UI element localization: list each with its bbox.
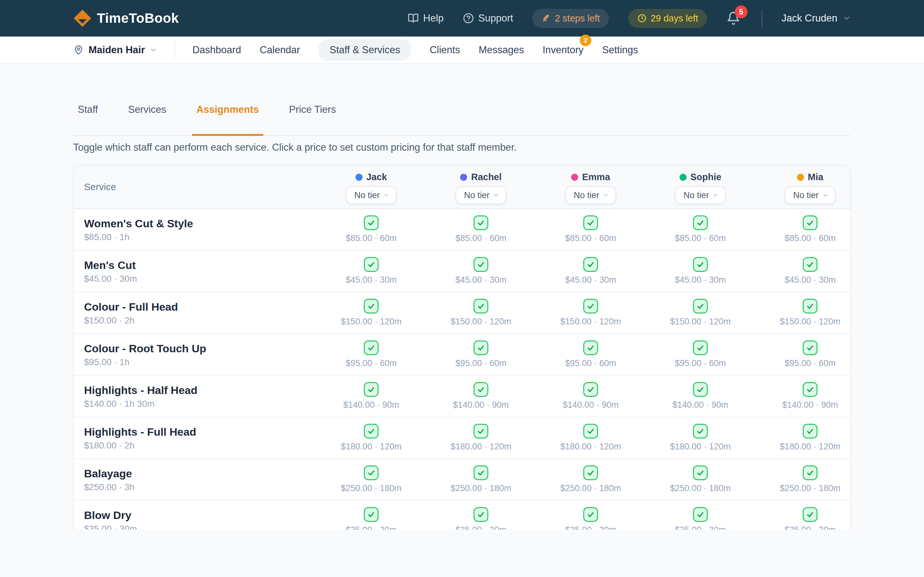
service-checkbox[interactable]	[364, 507, 379, 522]
tier-dropdown[interactable]: No tier	[346, 186, 397, 204]
staff-price-button[interactable]: $250.00 · 180m	[670, 484, 730, 493]
staff-price-button[interactable]: $180.00 · 120m	[341, 442, 401, 452]
staff-price-button[interactable]: $35.00 · 30m	[455, 525, 506, 530]
nav-item-messages[interactable]: Messages	[479, 39, 524, 61]
service-checkbox[interactable]	[473, 466, 488, 480]
tier-dropdown[interactable]: No tier	[785, 186, 835, 204]
service-checkbox[interactable]	[473, 215, 488, 230]
service-checkbox[interactable]	[583, 424, 598, 438]
staff-price-button[interactable]: $95.00 · 60m	[455, 358, 506, 368]
staff-price-button[interactable]: $85.00 · 60m	[565, 234, 616, 243]
service-checkbox[interactable]	[473, 340, 488, 355]
staff-price-button[interactable]: $85.00 · 60m	[455, 234, 506, 243]
staff-price-button[interactable]: $45.00 · 30m	[455, 275, 506, 285]
trial-days-badge[interactable]: 29 days left	[628, 9, 707, 28]
service-checkbox[interactable]	[803, 382, 817, 397]
nav-item-settings[interactable]: Settings	[602, 39, 638, 61]
staff-price-button[interactable]: $85.00 · 60m	[675, 234, 726, 243]
notifications-button[interactable]: 5	[726, 11, 740, 25]
service-checkbox[interactable]	[693, 382, 708, 397]
service-checkbox[interactable]	[364, 424, 379, 438]
service-checkbox[interactable]	[364, 215, 379, 230]
service-checkbox[interactable]	[693, 507, 708, 522]
nav-item-calendar[interactable]: Calendar	[260, 39, 300, 61]
service-checkbox[interactable]	[693, 215, 708, 230]
service-checkbox[interactable]	[803, 257, 817, 272]
service-checkbox[interactable]	[803, 340, 817, 355]
user-menu[interactable]: Jack Cruden	[782, 13, 851, 24]
staff-price-button[interactable]: $140.00 · 90m	[343, 400, 399, 410]
staff-price-button[interactable]: $35.00 · 30m	[565, 525, 616, 530]
staff-price-button[interactable]: $250.00 · 180m	[341, 484, 401, 493]
tab-staff[interactable]: Staff	[73, 104, 102, 135]
staff-price-button[interactable]: $140.00 · 90m	[453, 400, 509, 410]
service-checkbox[interactable]	[473, 424, 488, 438]
tab-price-tiers[interactable]: Price Tiers	[284, 104, 341, 135]
staff-price-button[interactable]: $150.00 · 120m	[780, 317, 840, 327]
staff-price-button[interactable]: $95.00 · 60m	[784, 358, 835, 368]
staff-price-button[interactable]: $150.00 · 120m	[560, 317, 621, 327]
service-checkbox[interactable]	[583, 340, 598, 355]
staff-price-button[interactable]: $250.00 · 180m	[560, 484, 621, 493]
staff-price-button[interactable]: $140.00 · 90m	[672, 400, 728, 410]
service-checkbox[interactable]	[364, 466, 379, 480]
staff-price-button[interactable]: $150.00 · 120m	[451, 317, 511, 327]
staff-price-button[interactable]: $45.00 · 30m	[675, 275, 726, 285]
service-checkbox[interactable]	[473, 299, 488, 314]
tier-dropdown[interactable]: No tier	[675, 186, 726, 204]
service-checkbox[interactable]	[693, 257, 708, 272]
staff-price-button[interactable]: $250.00 · 180m	[780, 484, 840, 493]
staff-price-button[interactable]: $45.00 · 30m	[346, 275, 397, 285]
service-checkbox[interactable]	[693, 299, 708, 314]
staff-price-button[interactable]: $95.00 · 60m	[675, 358, 726, 368]
staff-price-button[interactable]: $180.00 · 120m	[780, 442, 840, 452]
service-checkbox[interactable]	[473, 382, 488, 397]
nav-item-staff-services[interactable]: Staff & Services	[318, 39, 411, 61]
service-checkbox[interactable]	[583, 215, 598, 230]
staff-price-button[interactable]: $140.00 · 90m	[782, 400, 838, 410]
staff-price-button[interactable]: $35.00 · 30m	[784, 525, 835, 530]
staff-price-button[interactable]: $45.00 · 30m	[784, 275, 835, 285]
service-checkbox[interactable]	[473, 257, 488, 272]
staff-price-button[interactable]: $95.00 · 60m	[565, 358, 616, 368]
staff-price-button[interactable]: $180.00 · 120m	[670, 442, 730, 452]
nav-item-inventory[interactable]: Inventory 2	[543, 39, 583, 61]
staff-price-button[interactable]: $85.00 · 60m	[346, 234, 397, 243]
service-checkbox[interactable]	[364, 257, 379, 272]
staff-price-button[interactable]: $140.00 · 90m	[563, 400, 619, 410]
tier-dropdown[interactable]: No tier	[456, 186, 506, 204]
staff-price-button[interactable]: $250.00 · 180m	[451, 484, 511, 493]
nav-item-clients[interactable]: Clients	[430, 39, 460, 61]
service-checkbox[interactable]	[803, 466, 817, 480]
service-checkbox[interactable]	[583, 382, 598, 397]
service-checkbox[interactable]	[583, 299, 598, 314]
service-checkbox[interactable]	[693, 424, 708, 438]
service-checkbox[interactable]	[364, 382, 379, 397]
tier-dropdown[interactable]: No tier	[565, 186, 616, 204]
tab-assignments[interactable]: Assignments	[192, 104, 263, 135]
support-button[interactable]: Support	[463, 13, 513, 24]
staff-price-button[interactable]: $150.00 · 120m	[341, 317, 401, 327]
service-checkbox[interactable]	[803, 424, 817, 438]
setup-steps-badge[interactable]: 2 steps left	[532, 9, 609, 28]
staff-price-button[interactable]: $85.00 · 60m	[784, 234, 835, 243]
service-checkbox[interactable]	[803, 215, 817, 230]
service-checkbox[interactable]	[803, 507, 817, 522]
staff-price-button[interactable]: $180.00 · 120m	[560, 442, 621, 452]
tab-services[interactable]: Services	[124, 104, 171, 135]
service-checkbox[interactable]	[364, 340, 379, 355]
service-checkbox[interactable]	[583, 466, 598, 480]
staff-price-button[interactable]: $180.00 · 120m	[451, 442, 511, 452]
service-checkbox[interactable]	[473, 507, 488, 522]
staff-price-button[interactable]: $35.00 · 30m	[346, 525, 397, 530]
nav-item-dashboard[interactable]: Dashboard	[192, 39, 241, 61]
service-checkbox[interactable]	[583, 507, 598, 522]
staff-price-button[interactable]: $150.00 · 120m	[670, 317, 730, 327]
location-switcher[interactable]: Maiden Hair	[73, 44, 157, 56]
service-checkbox[interactable]	[583, 257, 598, 272]
service-checkbox[interactable]	[693, 340, 708, 355]
staff-price-button[interactable]: $95.00 · 60m	[346, 358, 397, 368]
service-checkbox[interactable]	[803, 299, 817, 314]
service-checkbox[interactable]	[364, 299, 379, 314]
staff-price-button[interactable]: $45.00 · 30m	[565, 275, 616, 285]
